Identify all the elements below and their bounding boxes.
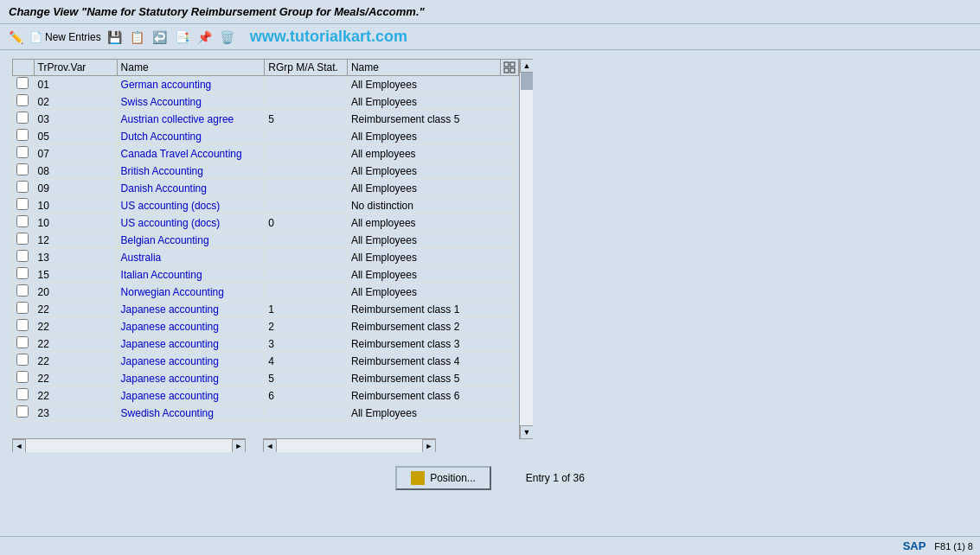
cell-name1: Japanese accounting <box>117 335 265 353</box>
cell-name2: All Employees <box>347 93 513 111</box>
paste-icon[interactable]: 📌 <box>196 29 214 46</box>
table-row[interactable]: 23Swedish AccountingAll Employees <box>13 405 514 422</box>
scroll-thumb-v[interactable] <box>521 73 533 90</box>
cell-name1: US accounting (docs) <box>117 197 265 214</box>
table-inner: TrProv.Var Name RGrp M/A Stat. Name 01Ge… <box>12 59 514 452</box>
cell-trprov: 22 <box>34 318 117 335</box>
table-row[interactable]: 10US accounting (docs)0All employees <box>13 214 514 232</box>
cell-rgrp <box>265 249 348 266</box>
table-row[interactable]: 08British AccountingAll Employees <box>13 163 514 180</box>
row-checkbox[interactable] <box>16 112 29 124</box>
cell-name1: Japanese accounting <box>117 370 265 387</box>
cell-name2: All Employees <box>347 232 513 249</box>
h-scroll-track-right[interactable] <box>277 439 422 452</box>
cell-name1: US accounting (docs) <box>117 214 265 232</box>
vertical-scrollbar[interactable]: ▲ ▼ <box>519 59 533 439</box>
position-icon <box>411 471 425 485</box>
undo-icon[interactable]: ↩️ <box>151 29 169 46</box>
row-checkbox[interactable] <box>16 129 29 141</box>
horizontal-scrollbar-right[interactable]: ◄ ► <box>263 438 436 452</box>
copy-icon[interactable]: 📋 <box>129 29 146 46</box>
scroll-left-button[interactable]: ◄ <box>12 439 26 452</box>
row-checkbox[interactable] <box>16 284 29 297</box>
scroll-up-button[interactable]: ▲ <box>520 59 533 73</box>
cell-trprov: 07 <box>34 145 117 163</box>
row-checkbox[interactable] <box>16 405 29 418</box>
cell-name2: All Employees <box>347 284 513 301</box>
scroll-right2-button[interactable]: ► <box>422 439 436 452</box>
edit-icon[interactable]: ✏️ <box>7 29 24 46</box>
cell-name1: German accounting <box>117 76 265 93</box>
table-row[interactable]: 07Canada Travel AccountingAll employees <box>13 145 514 163</box>
row-checkbox[interactable] <box>16 198 29 210</box>
row-checkbox[interactable] <box>16 302 29 314</box>
title-bar: Change View "Name for Statutory Reimburs… <box>0 0 980 24</box>
cell-name1: Swedish Accounting <box>117 405 265 422</box>
scroll-track-v[interactable] <box>520 73 533 425</box>
table-row[interactable]: 20Norwegian AccountingAll Employees <box>13 284 514 301</box>
cell-rgrp: 0 <box>265 214 348 232</box>
cell-rgrp <box>265 163 348 180</box>
table-row[interactable]: 22Japanese accounting2Reimbursement clas… <box>13 318 514 335</box>
move-icon[interactable]: 📑 <box>174 29 191 46</box>
table-row[interactable]: 12Belgian AccountingAll Employees <box>13 232 514 249</box>
cell-name2: Reimbursement class 4 <box>347 353 513 370</box>
scroll-left2-button[interactable]: ◄ <box>263 439 277 452</box>
cell-name2: Reimbursement class 3 <box>347 335 513 353</box>
table-row[interactable]: 05Dutch AccountingAll Employees <box>13 128 514 145</box>
row-checkbox[interactable] <box>16 163 29 175</box>
row-checkbox[interactable] <box>16 354 29 366</box>
cell-name2: All employees <box>347 214 513 232</box>
table-row[interactable]: 09Danish AccountingAll Employees <box>13 180 514 197</box>
row-checkbox[interactable] <box>16 319 29 331</box>
table-row[interactable]: 22Japanese accounting1Reimbursement clas… <box>13 301 514 318</box>
table-row[interactable]: 22Japanese accounting4Reimbursement clas… <box>13 353 514 370</box>
table-row[interactable]: 03Austrian collective agree5Reimbursemen… <box>13 111 514 128</box>
row-checkbox[interactable] <box>16 371 29 383</box>
row-checkbox[interactable] <box>16 77 29 89</box>
delete-icon[interactable]: 🗑️ <box>219 29 236 46</box>
new-entries-button[interactable]: 📄 New Entries <box>29 31 101 43</box>
horizontal-scrollbar-left[interactable]: ◄ ► <box>12 438 246 452</box>
cell-trprov: 10 <box>34 214 117 232</box>
row-checkbox[interactable] <box>16 336 29 348</box>
row-checkbox[interactable] <box>16 250 29 262</box>
table-row[interactable]: 22Japanese accounting6Reimbursement clas… <box>13 387 514 405</box>
cell-rgrp <box>265 180 348 197</box>
row-checkbox[interactable] <box>16 146 29 158</box>
new-entries-icon: 📄 <box>29 31 42 43</box>
row-checkbox[interactable] <box>16 388 29 400</box>
table-row[interactable]: 15Italian AccountingAll Employees <box>13 266 514 284</box>
cell-name2: All Employees <box>347 128 513 145</box>
row-checkbox[interactable] <box>16 181 29 193</box>
row-checkbox[interactable] <box>16 233 29 245</box>
table-row[interactable]: 13AustraliaAll Employees <box>13 249 514 266</box>
cell-rgrp <box>265 232 348 249</box>
cell-name2: Reimbursement class 2 <box>347 318 513 335</box>
cell-name2: All Employees <box>347 180 513 197</box>
cell-name2: All employees <box>347 145 513 163</box>
h-scroll-track-left[interactable] <box>26 439 232 452</box>
cell-name2: All Employees <box>347 405 513 422</box>
table-row[interactable]: 02Swiss AccountingAll Employees <box>13 93 514 111</box>
svg-rect-2 <box>504 68 509 73</box>
table-row[interactable]: 22Japanese accounting5Reimbursement clas… <box>13 370 514 387</box>
cell-trprov: 20 <box>34 284 117 301</box>
table-row[interactable]: 22Japanese accounting3Reimbursement clas… <box>13 335 514 353</box>
cell-name1: Italian Accounting <box>117 266 265 284</box>
col-header-name1: Name <box>117 60 265 76</box>
cell-name1: British Accounting <box>117 163 265 180</box>
table-row[interactable]: 10US accounting (docs)No distinction <box>13 197 514 214</box>
cell-trprov: 13 <box>34 249 117 266</box>
row-checkbox[interactable] <box>16 94 29 106</box>
row-checkbox[interactable] <box>16 215 29 227</box>
cell-name1: Dutch Accounting <box>117 128 265 145</box>
table-row[interactable]: 01German accountingAll Employees <box>13 76 514 93</box>
svg-rect-3 <box>510 68 515 73</box>
scroll-right-button[interactable]: ► <box>232 439 246 452</box>
scroll-down-button[interactable]: ▼ <box>520 425 533 439</box>
save-icon[interactable]: 💾 <box>106 29 124 46</box>
row-checkbox[interactable] <box>16 267 29 279</box>
grid-settings-icon[interactable] <box>500 59 519 76</box>
position-button[interactable]: Position... <box>395 466 491 490</box>
